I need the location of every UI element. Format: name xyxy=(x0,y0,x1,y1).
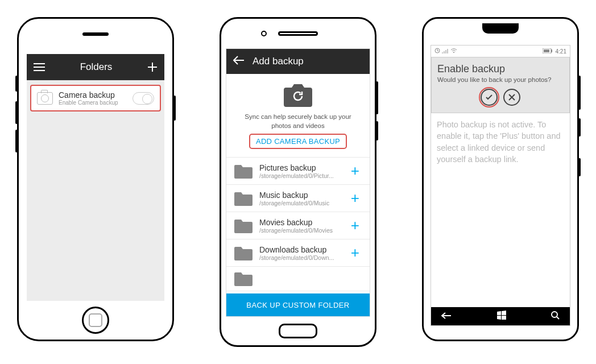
earpiece xyxy=(482,23,519,34)
power-button xyxy=(173,96,176,121)
iphone-frame: Folders Camera backup Enable Camera back… xyxy=(17,17,174,341)
dialog-subtitle: Would you like to back up your photos? xyxy=(437,76,564,83)
folder-row[interactable]: Movies backup/storage/emulated/0/Movies … xyxy=(226,212,370,239)
svg-rect-3 xyxy=(551,49,552,52)
sync-icon xyxy=(434,48,440,55)
folder-row[interactable]: Music backup/storage/emulated/0/Music + xyxy=(226,184,370,212)
svg-rect-4 xyxy=(544,49,549,52)
folder-title: Movies backup xyxy=(259,218,349,227)
speaker xyxy=(82,32,109,36)
dialog-title: Enable backup xyxy=(437,63,564,75)
volume-rocker xyxy=(578,76,581,110)
svg-point-5 xyxy=(552,312,557,317)
backup-custom-folder-button[interactable]: BACK UP CUSTOM FOLDER xyxy=(226,293,370,316)
enable-backup-dialog: Enable backup Would you like to back up … xyxy=(431,57,570,113)
android-frame: Add backup Sync can help securely back u… xyxy=(220,17,376,347)
folder-title: Pictures backup xyxy=(259,163,349,172)
folder-icon xyxy=(234,271,253,286)
item-title: Camera backup xyxy=(59,90,133,100)
folder-path: /storage/emulated/0/Music xyxy=(259,200,349,206)
android-header: Add backup xyxy=(226,49,370,74)
front-camera xyxy=(261,31,267,36)
folder-path: /storage/emulated/0/Pictur... xyxy=(259,172,349,179)
volume-down xyxy=(15,130,18,152)
close-icon xyxy=(508,94,515,101)
folder-icon xyxy=(234,191,253,206)
folder-path: /storage/emulated/0/Movies xyxy=(259,227,349,234)
folder-icon xyxy=(234,164,253,179)
toggle-switch[interactable] xyxy=(133,92,154,105)
folder-list: Pictures backup/storage/emulated/0/Pictu… xyxy=(226,157,370,291)
nav-bar xyxy=(431,307,570,325)
check-icon xyxy=(485,93,493,101)
menu-icon[interactable] xyxy=(34,63,45,71)
signal-icon xyxy=(442,48,449,55)
add-camera-backup-button[interactable]: ADD CAMERA BACKUP xyxy=(249,134,347,149)
hero-section: Sync can help securely back up your phot… xyxy=(226,74,370,154)
camera-backup-item[interactable]: Camera backup Enable Camera backup xyxy=(30,85,161,111)
add-folder-icon[interactable]: + xyxy=(349,217,362,234)
ios-header: Folders xyxy=(27,54,164,80)
add-folder-icon[interactable]: + xyxy=(349,189,362,207)
volume-rocker xyxy=(376,81,378,114)
search-icon[interactable] xyxy=(551,311,560,322)
header-title: Folders xyxy=(45,61,147,73)
speaker xyxy=(278,31,318,36)
battery-icon xyxy=(543,48,553,55)
home-button[interactable] xyxy=(82,307,109,334)
add-folder-icon[interactable]: + xyxy=(349,244,362,262)
ios-screen: Folders Camera backup Enable Camera back… xyxy=(27,54,164,301)
folder-row[interactable]: x xyxy=(226,266,370,291)
clock-time: 4:21 xyxy=(556,48,566,55)
add-icon[interactable] xyxy=(147,62,158,72)
header-title: Add backup xyxy=(253,56,304,67)
body-text: Photo backup is not active. To enable it… xyxy=(431,117,570,167)
folder-path: /storage/emulated/0/Down... xyxy=(259,254,349,261)
camera-icon xyxy=(37,92,53,105)
wifi-icon xyxy=(450,48,457,55)
back-icon[interactable] xyxy=(441,311,452,321)
wp-screen: 4:21 Enable backup Would you like to bac… xyxy=(431,45,570,326)
wphone-frame: 4:21 Enable backup Would you like to bac… xyxy=(422,17,579,341)
folder-row[interactable]: Downloads backup/storage/emulated/0/Down… xyxy=(226,239,370,266)
status-bar: 4:21 xyxy=(431,46,570,57)
windows-icon[interactable] xyxy=(497,311,506,322)
folder-title: Music backup xyxy=(259,191,349,200)
hero-description: Sync can help securely back up your phot… xyxy=(237,113,359,130)
home-button[interactable] xyxy=(279,324,317,338)
cancel-button[interactable] xyxy=(503,89,520,106)
item-subtitle: Enable Camera backup xyxy=(59,100,133,106)
android-screen: Add backup Sync can help securely back u… xyxy=(226,48,370,317)
add-folder-icon[interactable]: + xyxy=(349,162,362,180)
camera-sync-icon xyxy=(283,83,313,107)
folder-title: Downloads backup xyxy=(259,245,349,254)
power-button xyxy=(376,121,378,140)
folder-icon xyxy=(234,246,253,260)
folder-icon xyxy=(234,218,253,233)
camera-button xyxy=(578,158,581,176)
confirm-button[interactable] xyxy=(481,89,498,106)
volume-up xyxy=(15,101,18,124)
back-icon[interactable] xyxy=(233,56,245,67)
svg-point-1 xyxy=(453,52,454,53)
power-button xyxy=(578,118,581,136)
mute-switch xyxy=(15,76,18,92)
folder-row[interactable]: Pictures backup/storage/emulated/0/Pictu… xyxy=(226,157,370,184)
item-text: Camera backup Enable Camera backup xyxy=(59,90,133,106)
